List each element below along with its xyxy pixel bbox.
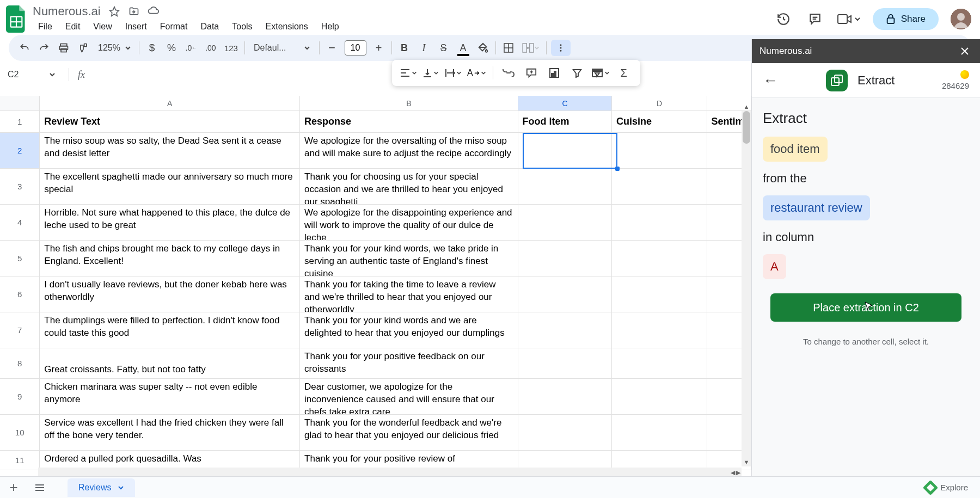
vertical-scrollbar[interactable]: ▲ ▼ [742, 111, 751, 466]
row-header[interactable]: 7 [0, 312, 40, 348]
row-header[interactable]: 5 [0, 241, 40, 276]
spreadsheet-grid[interactable]: A B C D 1 Review Text Response Food item… [0, 96, 751, 477]
cell[interactable] [518, 415, 612, 450]
cell[interactable] [612, 451, 707, 470]
filter-views-icon[interactable] [591, 68, 610, 78]
cell[interactable]: Cuisine [612, 111, 707, 132]
cell[interactable] [518, 169, 612, 204]
zoom-select[interactable]: 125% [95, 43, 134, 53]
cell[interactable]: Service was excellent I had the fried ch… [40, 415, 300, 450]
currency-icon[interactable]: $ [144, 39, 160, 57]
menu-help[interactable]: Help [316, 20, 345, 34]
select-all-corner[interactable] [0, 96, 40, 110]
menu-data[interactable]: Data [195, 20, 224, 34]
cell[interactable]: Thank you for your positive review of [300, 451, 518, 470]
menu-view[interactable]: View [88, 20, 117, 34]
cell[interactable] [518, 205, 612, 240]
cell[interactable] [612, 205, 707, 240]
cell[interactable]: Great croissants. Fatty, but not too fat… [40, 348, 300, 378]
share-button[interactable]: Share [873, 8, 939, 30]
extract-column-chip[interactable]: A [763, 254, 786, 279]
increase-font-size-icon[interactable]: + [371, 39, 387, 57]
cell[interactable] [518, 133, 612, 168]
cell[interactable]: Food item [518, 111, 612, 132]
scroll-down-icon[interactable]: ▼ [742, 458, 751, 466]
bold-icon[interactable]: B [396, 39, 413, 57]
functions-sigma-icon[interactable]: Σ [615, 64, 633, 82]
text-color-icon[interactable]: A [455, 39, 471, 57]
row-header[interactable]: 2 [0, 133, 40, 168]
italic-icon[interactable]: I [416, 39, 432, 57]
scroll-right-icon[interactable]: ▶ [736, 469, 740, 476]
text-rotation-icon[interactable]: A➜ [467, 68, 486, 78]
all-sheets-icon[interactable] [30, 478, 49, 497]
scroll-up-icon[interactable]: ▲ [742, 102, 751, 111]
cell[interactable] [612, 241, 707, 276]
fx-icon[interactable]: fx [78, 69, 85, 81]
comments-icon[interactable] [805, 9, 825, 29]
cell[interactable] [518, 348, 612, 378]
row-header[interactable]: 1 [0, 111, 40, 132]
place-extraction-button[interactable]: Place extraction in C2 [770, 293, 961, 322]
cell[interactable]: The excellent spaghetti made our anniver… [40, 169, 300, 204]
redo-icon[interactable] [36, 39, 52, 57]
row-header[interactable]: 6 [0, 276, 40, 312]
extract-target-chip[interactable]: food item [763, 137, 828, 162]
cell[interactable] [518, 241, 612, 276]
document-name[interactable]: Numerous.ai [33, 4, 101, 19]
cell[interactable] [612, 169, 707, 204]
cell[interactable] [612, 133, 707, 168]
column-header-a[interactable]: A [40, 96, 300, 110]
insert-link-icon[interactable] [500, 64, 517, 82]
menu-file[interactable]: File [33, 20, 58, 34]
menu-edit[interactable]: Edit [60, 20, 86, 34]
explore-button[interactable]: Explore [917, 482, 976, 493]
add-sheet-icon[interactable]: + [4, 478, 23, 497]
cell[interactable]: Thank you for your kind words, we take p… [300, 241, 518, 276]
vertical-align-icon[interactable] [422, 68, 439, 78]
cell[interactable]: The fish and chips brought me back to my… [40, 241, 300, 276]
cell[interactable]: Chicken marinara was super salty -- not … [40, 379, 300, 414]
row-header[interactable]: 10 [0, 415, 40, 450]
cell[interactable] [612, 348, 707, 378]
decrease-font-size-icon[interactable]: − [324, 39, 340, 57]
cell[interactable]: I don't usually leave reviews, but the d… [40, 276, 300, 312]
row-header[interactable]: 4 [0, 205, 40, 240]
toolbar-more-icon[interactable] [551, 40, 571, 56]
cell[interactable]: Thank you for your positive feedback on … [300, 348, 518, 378]
paint-format-icon[interactable] [75, 39, 91, 57]
font-size-input[interactable] [345, 40, 366, 56]
cell[interactable]: Thank you for the wonderful feedback and… [300, 415, 518, 450]
scroll-left-icon[interactable]: ◀ [731, 469, 735, 476]
cell[interactable]: We apologize for the disappointing exper… [300, 205, 518, 240]
cell[interactable]: Dear customer, we apologize for the inco… [300, 379, 518, 414]
back-arrow-icon[interactable]: ← [763, 73, 778, 88]
row-header[interactable]: 8 [0, 348, 40, 378]
cell[interactable]: The dumplings were filled to perfection.… [40, 312, 300, 348]
meet-button[interactable] [837, 13, 861, 25]
cell[interactable] [612, 276, 707, 312]
format-123-button[interactable]: 123 [222, 39, 240, 57]
chevron-down-icon[interactable] [118, 484, 124, 491]
cell[interactable]: The miso soup was so salty, the Dead Sea… [40, 133, 300, 168]
menu-extensions[interactable]: Extensions [260, 20, 314, 34]
move-folder-icon[interactable] [128, 5, 140, 17]
cell[interactable]: Thank you for choosing us for your speci… [300, 169, 518, 204]
scrollbar-thumb[interactable] [743, 111, 750, 144]
cloud-status-icon[interactable] [148, 5, 160, 17]
cell[interactable]: We apologize for the oversalting of the … [300, 133, 518, 168]
history-icon[interactable] [774, 9, 793, 29]
name-box[interactable]: C2 [5, 70, 60, 79]
column-header-d[interactable]: D [612, 96, 707, 110]
cell[interactable] [518, 312, 612, 348]
percent-icon[interactable]: % [163, 39, 180, 57]
strikethrough-icon[interactable]: S [436, 39, 452, 57]
sheets-logo-icon[interactable] [4, 4, 28, 34]
cell[interactable] [612, 379, 707, 414]
print-icon[interactable] [56, 39, 72, 57]
column-header-b[interactable]: B [300, 96, 518, 110]
menu-format[interactable]: Format [155, 20, 193, 34]
row-header[interactable]: 11 [0, 451, 40, 470]
menu-insert[interactable]: Insert [120, 20, 152, 34]
selection-handle[interactable] [615, 167, 620, 171]
